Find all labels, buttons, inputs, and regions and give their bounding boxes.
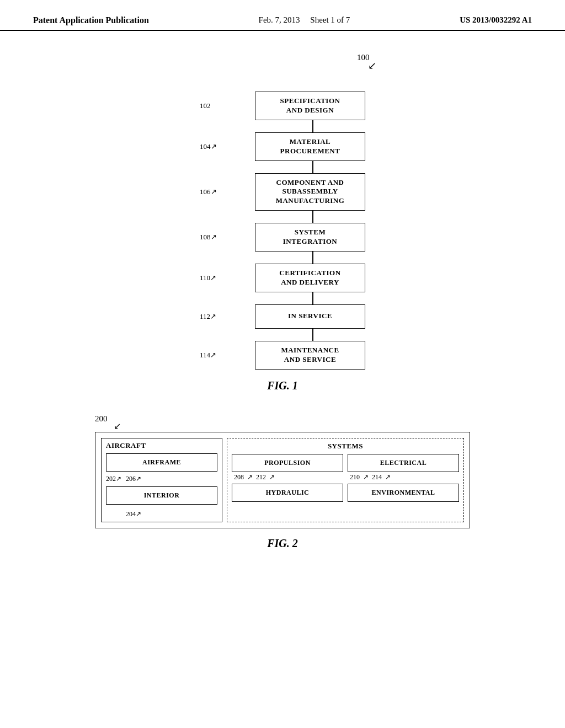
ref-210-cell: 210↗ 214↗ [348, 473, 459, 481]
fig2-right-section: SYSTEMS PROPULSION ELECTRICAL 208↗ 212↗ [227, 438, 464, 522]
header-patent-number: US 2013/0032292 A1 [460, 15, 532, 25]
fig2-outer-box: AIRCRAFT AIRFRAME 202↗ 206↗ INTERIOR [95, 432, 470, 528]
ref-112: 112↗ [200, 312, 216, 321]
connector-5 [312, 292, 313, 304]
box-certification: CERTIFICATIONAND DELIVERY [255, 264, 365, 292]
airframe-box: AIRFRAME [106, 453, 217, 472]
propulsion-box: PROPULSION [232, 454, 343, 472]
box-material: MATERIALPROCUREMENT [255, 132, 365, 161]
ref-202: 202↗ [106, 475, 121, 483]
connector-2 [312, 161, 313, 173]
header-publication-title: Patent Application Publication [33, 15, 149, 25]
ref-110: 110↗ [200, 274, 216, 282]
environmental-box: ENVIRONMENTAL [348, 484, 459, 502]
ref-106: 106↗ [200, 188, 217, 196]
ref-204: 204↗ [102, 509, 222, 522]
hydraulic-box: HYDRAULIC [232, 484, 343, 502]
box-maintenance: MAINTENANCEAND SERVICE [255, 341, 365, 370]
box-specification: SPECIFICATIONAND DESIGN [255, 92, 365, 120]
connector-1 [312, 120, 313, 132]
systems-grid-2: HYDRAULIC ENVIRONMENTAL [232, 484, 459, 502]
flow-row-104: 104↗ MATERIALPROCUREMENT [200, 132, 365, 161]
flow-row-102: 102 SPECIFICATIONAND DESIGN [200, 92, 365, 120]
header-date-sheet: Feb. 7, 2013 Sheet 1 of 7 [259, 15, 350, 25]
ref-100-arrow: ↙ [368, 60, 376, 72]
aircraft-label: AIRCRAFT [102, 438, 222, 451]
electrical-box: ELECTRICAL [348, 454, 459, 472]
fig1-diagram: 100 ↙ 102 SPECIFICATIONAND DESIGN 104↗ M… [178, 53, 387, 392]
fig1-caption: FIG. 1 [267, 379, 298, 392]
flowchart: 102 SPECIFICATIONAND DESIGN 104↗ MATERIA… [200, 92, 365, 370]
box-system-integration: SYSTEMINTEGRATION [255, 223, 365, 251]
header-sheet: Sheet 1 of 7 [310, 15, 350, 24]
ref-206: 206↗ [126, 475, 141, 483]
flow-row-114: 114↗ MAINTENANCEAND SERVICE [200, 341, 365, 370]
connector-4 [312, 251, 313, 264]
ref-104: 104↗ [200, 142, 217, 151]
interior-box: INTERIOR [106, 486, 217, 505]
ref-row-208-210: 208↗ 212↗ 210↗ 214↗ [232, 472, 459, 483]
box-component: COMPONENT ANDSUBASSEMBLYMANUFACTURING [255, 173, 365, 211]
ref-108: 108↗ [200, 233, 217, 242]
ref-200-arrow: ↙ [114, 421, 121, 431]
systems-label: SYSTEMS [232, 442, 459, 451]
ref-208-cell: 208↗ 212↗ [232, 473, 343, 481]
flow-row-106: 106↗ COMPONENT ANDSUBASSEMBLYMANUFACTURI… [200, 173, 365, 211]
ref-200-label: 200 [95, 414, 108, 424]
connector-3 [312, 211, 313, 223]
ref-row-202-206: 202↗ 206↗ [102, 474, 222, 484]
ref-114: 114↗ [200, 351, 216, 360]
flow-row-110: 110↗ CERTIFICATIONAND DELIVERY [200, 264, 365, 292]
ref-102: 102 [200, 101, 211, 110]
systems-grid: PROPULSION ELECTRICAL [232, 454, 459, 472]
box-in-service: IN SERVICE [255, 304, 365, 329]
fig2-diagram: 200 ↙ AIRCRAFT AIRFRAME 202↗ [95, 414, 470, 528]
fig2-caption: FIG. 2 [267, 537, 298, 550]
page-content: 100 ↙ 102 SPECIFICATIONAND DESIGN 104↗ M… [0, 31, 565, 566]
fig1-container: 100 ↙ 102 SPECIFICATIONAND DESIGN 104↗ M… [33, 53, 532, 392]
fig2-row1: AIRCRAFT AIRFRAME 202↗ 206↗ INTERIOR [101, 438, 464, 522]
fig2-left-section: AIRCRAFT AIRFRAME 202↗ 206↗ INTERIOR [101, 438, 222, 522]
header-date: Feb. 7, 2013 [259, 15, 300, 24]
flow-row-108: 108↗ SYSTEMINTEGRATION [200, 223, 365, 251]
page-header: Patent Application Publication Feb. 7, 2… [0, 0, 565, 31]
fig2-container: 200 ↙ AIRCRAFT AIRFRAME 202↗ [33, 414, 532, 550]
flow-row-112: 112↗ IN SERVICE [200, 304, 365, 329]
connector-6 [312, 329, 313, 341]
